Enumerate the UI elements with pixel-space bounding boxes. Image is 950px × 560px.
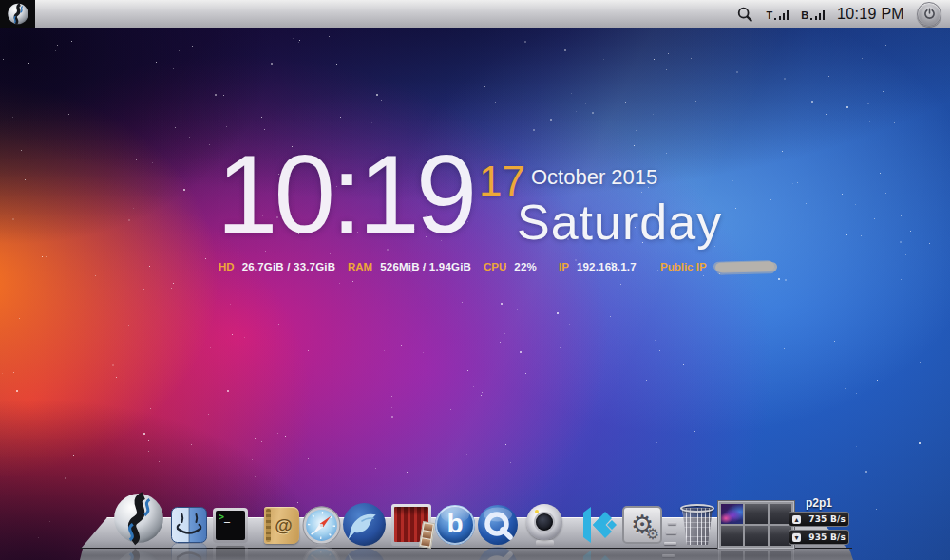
dock-item-banshee[interactable]: b b [435,505,475,545]
star [883,91,884,92]
star [683,364,684,365]
star [874,218,875,219]
star [585,103,586,104]
network-rx-indicator[interactable]: B [801,9,825,20]
dock-item-movie-theater[interactable] [391,504,431,546]
dock-item-address-book[interactable]: @ @ [264,507,299,544]
dock-item-safari[interactable] [302,506,341,545]
star [209,144,210,145]
at-symbol: @ [275,515,293,536]
workspace-switcher[interactable] [718,501,794,549]
star [636,130,636,131]
workspace-cell[interactable] [745,504,767,524]
settings-gears-icon: ⚙ ⚙ [622,506,662,544]
star [869,121,870,122]
star [152,162,153,163]
star [215,94,217,96]
workspace-cell[interactable] [745,526,767,546]
stat-ip-value: 192.168.1.7 [577,261,636,272]
star [13,372,14,373]
star [842,194,843,195]
workspace-cell[interactable] [721,526,743,546]
star [3,59,4,60]
star [173,68,174,69]
address-book-icon: @ [264,507,299,544]
webcam-icon [524,504,565,547]
star [659,350,660,351]
star [782,151,783,152]
star [654,59,655,60]
star [12,218,14,220]
star [856,393,857,394]
star [391,416,393,418]
star [68,114,69,115]
terminal-screen: >_ [216,511,245,540]
dock-item-quicktime[interactable] [477,504,519,546]
star [676,140,677,140]
network-tx-indicator[interactable]: T [766,9,788,20]
dock: >_ >_ @ @ [0,490,950,560]
star [371,122,372,123]
star [501,303,503,305]
star [919,442,921,444]
stat-public-ip: Public IP [660,261,774,272]
star [855,204,856,205]
star [525,373,526,374]
star [691,58,692,59]
stat-cpu: CPU 22% [484,261,537,272]
star [244,337,245,338]
star [653,114,654,115]
star [200,486,200,487]
menu-logo-button[interactable] [0,0,35,28]
dock-item-kodi[interactable] [576,503,619,547]
trash-mesh-body [682,508,712,545]
dock-item-webcam[interactable] [524,504,565,547]
star [57,45,58,46]
dock-divider [662,519,679,560]
star [564,49,566,51]
dock-shelf-front [80,549,853,560]
star [293,38,294,39]
star [846,234,847,235]
star [543,103,544,103]
power-button[interactable] [917,2,941,27]
star [218,443,219,444]
dock-item-solydxk[interactable] [111,492,166,547]
dock-item-finder[interactable] [171,507,207,543]
star [232,334,233,335]
dock-item-trash[interactable] [678,503,716,547]
star [806,203,807,204]
star [784,78,786,80]
star [329,36,330,37]
dock-item-thunderbird[interactable] [342,502,387,547]
star [826,144,827,145]
search-icon[interactable] [736,6,753,23]
dock-item-terminal[interactable]: >_ >_ [213,508,248,543]
workspace-cell-active[interactable] [721,504,743,524]
network-monitor: p2p1 ▴ 735 B/s ▾ 935 B/s ▾ 935 B/s [788,496,849,548]
star [788,412,789,413]
star [210,347,211,348]
star [150,408,151,409]
rx-dot [810,18,812,20]
star [666,153,667,154]
star [894,122,895,123]
menubar-clock: 10:19 PM [837,6,904,23]
star [142,289,144,290]
divider-dash [662,554,674,557]
thunderbird-icon [342,502,387,547]
star [143,433,145,435]
star [25,179,26,180]
star [922,259,922,260]
star [885,193,886,194]
webcam-lens [536,513,553,531]
trash-rim [680,504,714,513]
dock-item-settings[interactable]: ⚙ ⚙ ⚙ ⚙ [622,506,662,544]
star [255,476,256,477]
star [920,362,921,363]
star [646,380,647,381]
star [473,386,474,387]
star [308,458,309,459]
terminal-cursor: _ [224,512,230,522]
star [156,62,157,63]
